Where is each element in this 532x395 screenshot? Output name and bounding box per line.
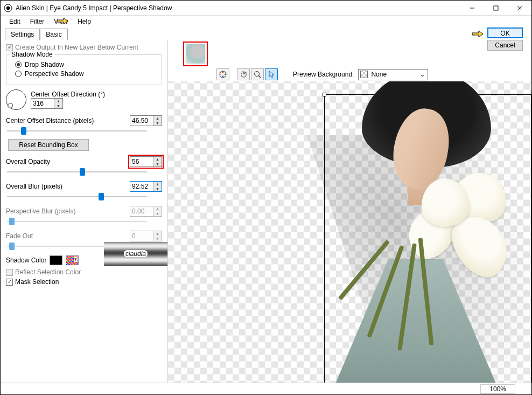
overall-opacity-input[interactable]: [130, 157, 153, 167]
perspective-blur-input: [130, 206, 153, 216]
menu-help[interactable]: Help: [73, 17, 95, 26]
zoom-tool-button[interactable]: [251, 68, 264, 80]
svg-point-8: [225, 74, 226, 75]
preview-area: Preview Background: None: [167, 40, 531, 383]
radio-drop-label: Drop Shadow: [25, 61, 64, 68]
preview-canvas[interactable]: [168, 81, 531, 383]
spin-down-icon[interactable]: ▼: [153, 186, 162, 191]
center-offset-dir-label: Center Offset Direction (°): [31, 91, 105, 98]
radio-persp-label: Perspective Shadow: [25, 70, 83, 78]
spin-up-icon[interactable]: ▲: [153, 182, 162, 186]
perspective-blur-spinner: ▲▼: [130, 206, 162, 217]
spin-up-icon: ▲: [153, 231, 162, 236]
overall-opacity-spinner[interactable]: ▲▼: [130, 156, 162, 167]
preview-bg-select[interactable]: None: [358, 69, 428, 80]
close-button[interactable]: [508, 1, 531, 15]
center-offset-dist-slider[interactable]: [7, 127, 147, 135]
spin-down-icon: ▼: [153, 211, 162, 216]
window-controls: [460, 1, 531, 15]
svg-point-11: [255, 72, 260, 77]
fade-out-label: Fade Out: [6, 232, 33, 240]
center-offset-dir-input[interactable]: [31, 99, 54, 108]
overall-blur-label: Overall Blur (pixels): [6, 183, 62, 190]
mask-selection-checkbox[interactable]: [6, 279, 13, 286]
overall-blur-slider[interactable]: [7, 193, 147, 200]
preview-bg-label: Preview Background:: [293, 71, 354, 78]
perspective-blur-slider: [7, 218, 147, 225]
center-offset-dir-spinner[interactable]: ▲▼: [31, 98, 63, 109]
svg-rect-3: [494, 6, 498, 10]
svg-point-9: [222, 76, 224, 78]
hand-tool-button[interactable]: [237, 68, 250, 80]
preset-thumbnail[interactable]: [183, 41, 208, 66]
create-output-row: Create Output In New Layer Below Current: [6, 44, 162, 51]
color-wheel-button[interactable]: [216, 68, 229, 80]
fade-out-input: [130, 231, 153, 241]
radio-drop-shadow[interactable]: Drop Shadow: [15, 61, 156, 68]
center-offset-dist-label: Center Offset Distance (pixels): [6, 117, 94, 124]
preview-image: [330, 81, 531, 383]
spin-up-icon[interactable]: ▲: [153, 116, 162, 121]
preview-bg-value: None: [371, 71, 387, 78]
overall-opacity-slider[interactable]: [7, 168, 147, 176]
overall-blur: Overall Blur (pixels) ▲▼: [6, 181, 162, 192]
reflect-selection-label: Reflect Selection Color: [15, 268, 81, 276]
perspective-blur: Perspective Blur (pixels) ▲▼: [6, 206, 162, 217]
spin-down-icon: ▼: [153, 236, 162, 241]
titlebar: Alien Skin | Eye Candy 5 Impact | Perspe…: [1, 1, 531, 16]
app-window: Alien Skin | Eye Candy 5 Impact | Perspe…: [0, 0, 532, 395]
overall-opacity: Overall Opacity ▲▼: [6, 156, 162, 167]
tab-row: Settings Basic OK Cancel: [1, 27, 531, 40]
mask-selection-row[interactable]: Mask Selection: [6, 278, 162, 286]
radio-perspective-shadow[interactable]: Perspective Shadow: [15, 70, 156, 78]
radio-dot-icon: [15, 71, 22, 77]
ok-button[interactable]: OK: [487, 27, 523, 38]
spin-up-icon: ▲: [153, 206, 162, 211]
pointer-tool-button[interactable]: [265, 68, 278, 80]
spin-down-icon[interactable]: ▼: [153, 162, 162, 167]
perspective-blur-label: Perspective Blur (pixels): [6, 207, 75, 215]
settings-panel: Create Output In New Layer Below Current…: [1, 40, 167, 383]
app-icon: [4, 4, 12, 12]
menu-filter[interactable]: Filter: [26, 17, 49, 26]
radio-dot-icon: [15, 61, 22, 68]
shadow-color-swatch[interactable]: [50, 255, 62, 265]
tab-settings[interactable]: Settings: [5, 29, 40, 40]
svg-point-10: [220, 74, 222, 75]
maximize-button[interactable]: [484, 1, 508, 15]
svg-line-12: [259, 76, 261, 78]
tutorial-pointer-icon: [56, 15, 69, 25]
fade-out: Fade Out ▲▼: [6, 231, 162, 241]
watermark: claudia: [104, 242, 167, 266]
direction-knob[interactable]: [6, 89, 26, 110]
overall-blur-input[interactable]: [130, 182, 153, 191]
tutorial-pointer-icon: [471, 27, 484, 38]
statusbar: 100%: [1, 383, 531, 394]
center-offset-dist-input[interactable]: [130, 116, 153, 126]
spin-up-icon[interactable]: ▲: [153, 157, 162, 162]
center-offset-dist-spinner[interactable]: ▲▼: [130, 115, 162, 126]
shadow-color-picker[interactable]: [66, 255, 79, 265]
create-output-label: Create Output In New Layer Below Current: [15, 44, 138, 51]
menu-edit[interactable]: Edit: [5, 17, 25, 26]
watermark-text: claudia: [124, 250, 148, 258]
fade-out-spinner: ▲▼: [130, 231, 162, 241]
reflect-selection-color-row: Reflect Selection Color: [6, 268, 162, 276]
create-output-checkbox: [6, 44, 13, 51]
spin-up-icon[interactable]: ▲: [54, 99, 62, 103]
minimize-button[interactable]: [460, 1, 484, 15]
window-title: Alien Skin | Eye Candy 5 Impact | Perspe…: [16, 4, 460, 12]
tab-basic[interactable]: Basic: [40, 29, 67, 40]
shadow-mode-group: Shadow Mode Drop Shadow Perspective Shad…: [6, 54, 162, 85]
spin-down-icon[interactable]: ▼: [54, 103, 62, 108]
ok-button-label: OK: [500, 30, 509, 37]
svg-point-7: [222, 72, 224, 73]
selection-handle[interactable]: [323, 93, 326, 96]
reset-bounding-box-button[interactable]: Reset Bounding Box: [8, 139, 89, 151]
spin-down-icon[interactable]: ▼: [153, 121, 162, 126]
zoom-level[interactable]: 100%: [480, 384, 515, 394]
overall-blur-spinner[interactable]: ▲▼: [130, 181, 162, 192]
center-offset-direction: Center Offset Direction (°) ▲▼: [6, 89, 162, 110]
shadow-mode-legend: Shadow Mode: [10, 51, 54, 58]
reflect-selection-checkbox: [6, 269, 13, 276]
